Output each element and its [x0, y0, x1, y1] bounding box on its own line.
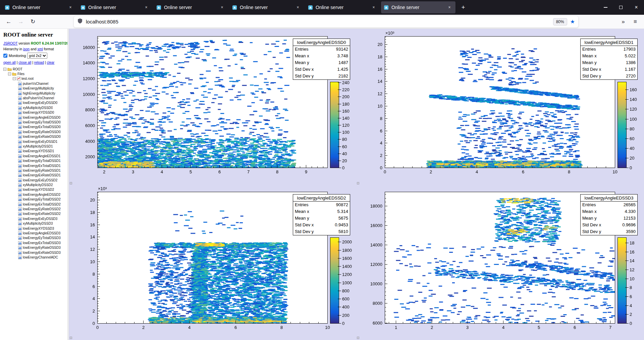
jsroot-link[interactable]: JSROOT [3, 41, 17, 45]
tree-item-lowEnergyEyTotalDSSD3[interactable]: lowEnergyEyTotalDSSD3 [3, 236, 67, 240]
browser-tab[interactable]: Online server× [154, 1, 228, 13]
monitoring-checkbox[interactable] [3, 54, 7, 58]
tree-node-test-root[interactable]: −test.root [3, 76, 67, 81]
tree-item-lowEnergyEyRateDSSD1[interactable]: lowEnergyEyRateDSSD1 [3, 168, 67, 173]
shield-icon[interactable] [77, 18, 83, 25]
tree-item-lowEnergyXYDSSD1[interactable]: lowEnergyXYDSSD1 [3, 149, 67, 154]
pad-lowEnergyAngleEDSSD2[interactable]: ×10³ lowEnergyAngleEDSSD2 Entries90872 M… [69, 184, 357, 340]
tree-item-lowEnergyAngleEDSSD1[interactable]: lowEnergyAngleEDSSD1 [3, 154, 67, 158]
tree-item-lowEnergyExRateDSSD0[interactable]: lowEnergyExRateDSSD0 [3, 134, 67, 139]
tree-item-xyMultiplicityDSSD3[interactable]: xyMultiplicityDSSD3 [3, 221, 67, 226]
tree-item-lowEnergyExTotalDSSD2[interactable]: lowEnergyExTotalDSSD2 [3, 202, 67, 207]
grid-resize-handle[interactable] [357, 182, 359, 184]
browser-tab[interactable]: Online server× [78, 1, 152, 13]
new-tab-button[interactable]: + [458, 2, 469, 13]
extensions-overflow-button[interactable]: » [617, 16, 629, 27]
forward-button[interactable]: → [15, 16, 27, 27]
browser-tab[interactable]: Online server× [381, 1, 455, 13]
window-controls: × [598, 0, 644, 15]
layout-select[interactable]: grid 2x2 [27, 53, 47, 59]
tree-item-highEnergyMultiplicity[interactable]: highEnergyMultiplicity [3, 91, 67, 96]
tree-item-lowEnergyExTotalDSSD1[interactable]: lowEnergyExTotalDSSD1 [3, 163, 67, 168]
minimize-button[interactable] [598, 0, 613, 15]
zoom-indicator[interactable]: 80% [553, 18, 567, 25]
tree-item-lowEnergyAngleEDSSD0[interactable]: lowEnergyAngleEDSSD0 [3, 115, 67, 120]
tree-label: lowEnergyAngleEDSSD2 [23, 193, 60, 196]
grid-resize-handle[interactable] [70, 182, 72, 184]
tab-close-icon[interactable]: × [67, 4, 74, 11]
tree-label: lowEnergyExTotalDSSD3 [23, 241, 61, 245]
tree-item-lowEnergyExEyDSSD3[interactable]: lowEnergyExEyDSSD3 [3, 216, 67, 221]
stats-box[interactable]: lowEnergyAngleEDSSD2 Entries90872 Mean x… [293, 194, 350, 235]
tree-item-lowEnergyXYDSSD0[interactable]: lowEnergyXYDSSD0 [3, 110, 67, 115]
tree-item-absPulserVsChannel[interactable]: absPulserVsChannel [3, 96, 67, 100]
pad-lowEnergyAngleEDSSD0[interactable]: lowEnergyAngleEDSSD0 Entries93142 Mean x… [69, 29, 357, 184]
close-window-button[interactable]: × [629, 0, 644, 15]
tree-item-lowEnergyAngleEDSSD3[interactable]: lowEnergyAngleEDSSD3 [3, 231, 67, 235]
stat-label: Mean y [295, 215, 309, 222]
tree-item-lowEnergyMultiplicity[interactable]: lowEnergyMultiplicity [3, 86, 67, 91]
tree-item-lowEnergyEyRateDSSD0[interactable]: lowEnergyEyRateDSSD0 [3, 129, 67, 134]
browser-tab[interactable]: Online server× [229, 1, 304, 13]
bookmark-star-icon[interactable]: ★ [570, 18, 575, 25]
tree-item-lowEnergyEyTotalDSSD1[interactable]: lowEnergyEyTotalDSSD1 [3, 158, 67, 163]
histogram-icon [18, 106, 22, 110]
stat-value: 0.9696 [622, 222, 636, 228]
tab-close-icon[interactable]: × [294, 4, 301, 11]
pad-lowEnergyAngleEDSSD3[interactable]: lowEnergyAngleEDSSD3 Entries26565 Mean x… [357, 184, 644, 340]
tree-expander-icon[interactable]: − [8, 72, 11, 75]
xml-link[interactable]: xml [38, 47, 43, 51]
tree-item-xyMultiplicityDSSD0[interactable]: xyMultiplicityDSSD0 [3, 105, 67, 110]
tree-item-lowEnergyExTotalDSSD3[interactable]: lowEnergyExTotalDSSD3 [3, 240, 67, 245]
tree-node-files[interactable]: −Files [3, 71, 67, 76]
stats-box[interactable]: lowEnergyAngleEDSSD3 Entries26565 Mean x… [580, 194, 638, 235]
tree-item-lowEnergyXYDSSD3[interactable]: lowEnergyXYDSSD3 [3, 226, 67, 231]
grid-resize-handle[interactable] [70, 337, 72, 339]
reload-button[interactable]: ↻ [27, 16, 39, 27]
sidebar-link-close-all[interactable]: close all [18, 60, 31, 64]
sidebar-link-reload[interactable]: reload [34, 60, 44, 64]
tree-item-lowEnergyChannelADC[interactable]: lowEnergyChannelADC [3, 255, 67, 260]
tree-item-lowEnergyEyTotalDSSD2[interactable]: lowEnergyEyTotalDSSD2 [3, 197, 67, 202]
tree-item-lowEnergyEyTotalDSSD0[interactable]: lowEnergyEyTotalDSSD0 [3, 120, 67, 124]
browser-tab[interactable]: Online server× [2, 1, 76, 13]
tree-item-lowEnergyExRateDSSD2[interactable]: lowEnergyExRateDSSD2 [3, 212, 67, 216]
menu-button[interactable]: ≡ [629, 16, 641, 27]
pad-lowEnergyAngleEDSSD1[interactable]: ×10³ lowEnergyAngleEDSSD1 Entries17903 M… [357, 29, 644, 184]
sidebar-link-open-all[interactable]: open all [3, 60, 16, 64]
tree-label: xyMultiplicityDSSD0 [23, 106, 53, 110]
stats-box[interactable]: lowEnergyAngleEDSSD1 Entries17903 Mean x… [580, 39, 638, 80]
tree-expander-icon[interactable]: − [3, 68, 6, 71]
maximize-button[interactable] [613, 0, 629, 15]
tab-close-icon[interactable]: × [219, 4, 225, 11]
tree-item-xyMultiplicityDSSD1[interactable]: xyMultiplicityDSSD1 [3, 144, 67, 149]
tree-item-lowEnergyEyRateDSSD2[interactable]: lowEnergyEyRateDSSD2 [3, 207, 67, 211]
browser-tab[interactable]: Online server× [305, 1, 380, 13]
histogram-icon [18, 217, 22, 221]
back-button[interactable]: ← [3, 16, 15, 27]
tab-close-icon[interactable]: × [370, 4, 377, 11]
tree-item-lowEnergyExRateDSSD1[interactable]: lowEnergyExRateDSSD1 [3, 173, 67, 178]
tree-item-lowEnergyXYDSSD2[interactable]: lowEnergyXYDSSD2 [3, 187, 67, 192]
grid-resize-handle[interactable] [357, 337, 359, 339]
tree-node-root[interactable]: −ROOT [3, 67, 67, 71]
tree-item-lowEnergyExEyDSSD1[interactable]: lowEnergyExEyDSSD1 [3, 139, 67, 144]
histogram-icon [18, 188, 22, 191]
tree-item-pulserVsChannel[interactable]: pulserVsChannel [3, 81, 67, 86]
url-bar[interactable]: localhost:8085 80% ★ [74, 16, 578, 27]
tab-close-icon[interactable]: × [446, 4, 453, 11]
tree-item-lowEnergyExTotalDSSD0[interactable]: lowEnergyExTotalDSSD0 [3, 125, 67, 129]
tree-item-lowEnergyExEyDSSD0[interactable]: lowEnergyExEyDSSD0 [3, 101, 67, 105]
tree-expander-icon[interactable]: − [13, 77, 16, 80]
stats-box[interactable]: lowEnergyAngleEDSSD0 Entries93142 Mean x… [293, 39, 350, 80]
tree-label: lowEnergyEyRateDSSD0 [23, 130, 61, 134]
sidebar-link-clear[interactable]: clear [47, 60, 55, 64]
tree-item-lowEnergyEyRateDSSD3[interactable]: lowEnergyEyRateDSSD3 [3, 245, 67, 250]
tree-item-lowEnergyExEyDSSD2[interactable]: lowEnergyExEyDSSD2 [3, 178, 67, 182]
tree-item-xyMultiplicityDSSD2[interactable]: xyMultiplicityDSSD2 [3, 182, 67, 187]
histogram-icon [18, 212, 22, 216]
tab-close-icon[interactable]: × [143, 4, 150, 11]
json-link[interactable]: json [23, 47, 30, 51]
tree-item-lowEnergyAngleEDSSD2[interactable]: lowEnergyAngleEDSSD2 [3, 192, 67, 197]
tree-item-lowEnergyExRateDSSD3[interactable]: lowEnergyExRateDSSD3 [3, 250, 67, 255]
